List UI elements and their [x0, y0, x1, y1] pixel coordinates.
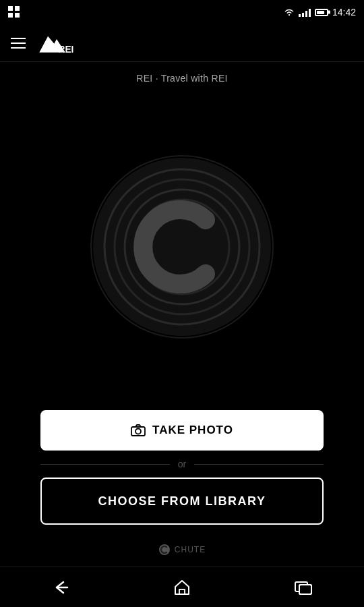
bottom-nav — [0, 567, 364, 607]
battery-icon — [315, 9, 328, 16]
chute-circular-logo — [88, 152, 276, 341]
camera-icon — [131, 424, 146, 436]
home-icon — [173, 579, 191, 596]
svg-rect-14 — [299, 585, 311, 594]
grid-icon — [8, 6, 20, 18]
top-nav: REI — [0, 24, 364, 62]
logo-container — [0, 84, 364, 410]
rei-mountain-icon: REI — [36, 30, 77, 57]
menu-button[interactable] — [11, 38, 26, 49]
rei-logo: REI — [36, 30, 77, 57]
home-button[interactable] — [162, 574, 202, 601]
choose-library-button[interactable]: CHOOSE FROM LIBRARY — [40, 478, 324, 525]
recents-button[interactable] — [283, 574, 324, 601]
clock: 14:42 — [332, 7, 356, 18]
or-divider: or — [40, 451, 324, 478]
svg-text:REI: REI — [59, 44, 74, 54]
breadcrumb: REI · Travel with REI — [0, 62, 364, 84]
svg-rect-12 — [179, 589, 185, 594]
buttons-area: TAKE PHOTO or CHOOSE FROM LIBRARY — [0, 410, 364, 525]
status-bar-right: 14:42 — [284, 7, 356, 18]
chute-label: CHUTE — [175, 545, 206, 554]
back-button[interactable] — [40, 574, 81, 601]
signal-icon — [299, 7, 311, 17]
main-content: REI · Travel with REI — [0, 62, 364, 567]
chute-logo-icon — [158, 544, 171, 556]
wifi-icon — [284, 8, 295, 16]
back-icon — [51, 579, 70, 596]
svg-point-4 — [93, 158, 271, 336]
status-bar-left — [8, 6, 20, 18]
chute-branding: CHUTE — [0, 525, 364, 567]
svg-point-10 — [135, 429, 141, 434]
circular-logo — [88, 152, 276, 341]
take-photo-button[interactable]: TAKE PHOTO — [40, 410, 324, 451]
status-bar: 14:42 — [0, 0, 364, 24]
recents-icon — [294, 579, 313, 596]
